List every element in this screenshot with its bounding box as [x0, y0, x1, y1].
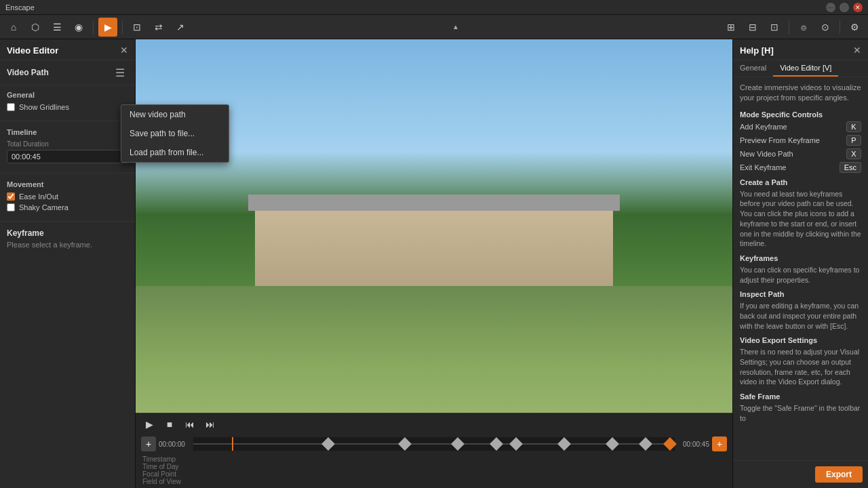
keyframe-diamond-2[interactable]: [398, 437, 412, 451]
exit-keyframe-label: Exit Keyframe: [740, 163, 786, 171]
timeline-track[interactable]: [193, 437, 675, 451]
ease-in-out-row: Ease In/Out: [7, 192, 128, 201]
timeline-section: Timeline Total Duration: [0, 123, 135, 171]
preview-from-keyframe-key: P: [846, 135, 861, 146]
timeline-divider: [0, 173, 135, 174]
new-video-path-shortcut: New Video Path X: [740, 148, 861, 159]
export-button[interactable]: Export: [815, 466, 863, 483]
create-path-title: Create a Path: [740, 178, 861, 186]
toolbar-video-button[interactable]: ▶: [98, 18, 117, 37]
help-tabs: General Video Editor [V]: [733, 60, 868, 77]
toolbar-chevron-icon: ▲: [452, 23, 459, 30]
video-export-title: Video Export Settings: [740, 336, 861, 344]
toolbar-separator-4: [840, 20, 840, 34]
toolbar-gear-button[interactable]: ⚙: [845, 18, 864, 37]
shaky-camera-label: Shaky Camera: [19, 203, 68, 211]
new-video-path-shortcut-label: New Video Path: [740, 150, 793, 158]
play-button[interactable]: ▶: [141, 416, 157, 432]
load-path-item[interactable]: Load path from file...: [121, 143, 229, 162]
keyframe-diamond-3[interactable]: [451, 437, 465, 451]
help-panel-close-button[interactable]: ✕: [853, 45, 861, 56]
preview-from-keyframe-label: Preview From Keyframe: [740, 136, 820, 144]
stop-button[interactable]: ■: [161, 416, 178, 432]
help-tab-general[interactable]: General: [733, 60, 773, 77]
keyframe-diamond-6[interactable]: [557, 437, 571, 451]
video-path-dropdown: New video path Save path to file... Load…: [121, 104, 229, 163]
video-editor-header: Video Editor ✕: [0, 39, 135, 60]
ease-in-out-checkbox[interactable]: [7, 192, 15, 201]
keyframe-diamond-8[interactable]: [639, 437, 652, 451]
toolbar-settings-button[interactable]: ☰: [47, 18, 66, 37]
video-path-menu-button[interactable]: ☰: [112, 64, 128, 81]
preview-from-keyframe-shortcut: Preview From Keyframe P: [740, 135, 861, 146]
help-panel: Help [H] ✕ General Video Editor [V] Crea…: [732, 39, 868, 488]
window-controls: — □ ✕: [826, 3, 863, 12]
safe-frame-text: Toggle the "Safe Frame" in the toolbar t…: [740, 403, 861, 423]
add-keyframe-key: K: [846, 121, 861, 132]
toolbar-home-button[interactable]: ⌂: [4, 18, 23, 37]
minimize-button[interactable]: —: [826, 3, 835, 12]
app-title: Enscape: [5, 3, 35, 12]
toolbar-compare-button[interactable]: ⇄: [149, 18, 168, 37]
inspect-path-text: If you are editing a keyframe, you can b…: [740, 301, 861, 331]
timestamp-label: Timestamp: [142, 455, 726, 463]
toolbar-separator-3: [789, 20, 789, 34]
playhead-line: [232, 437, 233, 451]
movement-section-title: Movement: [7, 180, 128, 188]
prev-button[interactable]: ⏮: [182, 416, 198, 432]
toolbar-export-button[interactable]: ↗: [171, 18, 190, 37]
video-editor-title: Video Editor: [7, 45, 58, 56]
playback-controls: ▶ ■ ⏮ ⏭: [136, 413, 732, 435]
general-section: General Show Gridlines: [0, 85, 135, 119]
video-editor-close-button[interactable]: ✕: [120, 45, 128, 56]
main-layout: Video Editor ✕ Video Path ☰ General Show…: [0, 39, 868, 488]
general-section-title: General: [7, 91, 128, 99]
close-button[interactable]: ✕: [853, 3, 863, 12]
help-content: Create immersive videos to visualize you…: [733, 77, 868, 460]
video-export-text: There is no need to adjust your Visual S…: [740, 347, 861, 387]
show-gridlines-checkbox[interactable]: [7, 103, 15, 111]
keyframe-diamond-5[interactable]: [509, 437, 523, 451]
keyframes-text: You can click on specific keyframes to a…: [740, 265, 861, 285]
toolbar-vr-button[interactable]: ⌾: [794, 18, 813, 37]
toolbar-modes-button[interactable]: ◉: [69, 18, 88, 37]
keyframe-diamond-4[interactable]: [490, 437, 503, 451]
show-gridlines-label: Show Gridlines: [19, 103, 69, 111]
toolbar-account-button[interactable]: ⊙: [816, 18, 835, 37]
keyframe-diamond-end[interactable]: [663, 437, 677, 451]
timeline-add-right-button[interactable]: +: [712, 436, 727, 451]
general-divider: [0, 121, 135, 121]
video-path-label: Video Path: [7, 68, 49, 77]
toolbar-render2-button[interactable]: ⊡: [765, 18, 784, 37]
save-path-item[interactable]: Save path to file...: [121, 124, 229, 143]
field-of-view-label: Field of View: [142, 478, 726, 485]
keyframe-diamond-1[interactable]: [321, 437, 335, 451]
help-tab-video-editor[interactable]: Video Editor [V]: [773, 60, 838, 77]
show-gridlines-row: Show Gridlines: [7, 103, 128, 111]
exit-keyframe-key: Esc: [840, 162, 861, 173]
timeline-row-labels: Timestamp Time of Day Focal Point Field …: [136, 454, 732, 488]
toolbar-screenshot-button[interactable]: ⊟: [743, 18, 762, 37]
export-area: Export: [733, 460, 868, 488]
movement-section: Movement Ease In/Out Shaky Camera: [0, 175, 135, 220]
total-duration-input[interactable]: [7, 150, 128, 163]
timeline-add-left-button[interactable]: +: [141, 436, 156, 451]
help-panel-title: Help [H]: [740, 45, 774, 56]
timeline-section-title: Timeline: [7, 128, 128, 136]
total-duration-label: Total Duration: [7, 140, 128, 148]
keyframes-title: Keyframes: [740, 254, 861, 262]
help-intro-text: Create immersive videos to visualize you…: [740, 83, 861, 104]
maximize-button[interactable]: □: [840, 3, 849, 12]
keyframe-diamond-7[interactable]: [606, 437, 619, 451]
toolbar-renderers-button[interactable]: ⊡: [127, 18, 146, 37]
new-video-path-key: X: [846, 148, 861, 159]
keyframe-hint: Please select a keyframe.: [7, 241, 128, 249]
toolbar-views-button[interactable]: ⊞: [722, 18, 741, 37]
toolbar-bim-button[interactable]: ⬡: [26, 18, 45, 37]
timeline-bottom-controls: + 00:00:00 0: [136, 435, 732, 454]
keyframe-section: Keyframe Please select a keyframe.: [0, 223, 135, 488]
shaky-camera-checkbox[interactable]: [7, 203, 15, 211]
next-button[interactable]: ⏭: [202, 416, 218, 432]
new-video-path-item[interactable]: New video path: [121, 105, 229, 124]
timeline-end-time: 00:00:45: [683, 441, 709, 448]
